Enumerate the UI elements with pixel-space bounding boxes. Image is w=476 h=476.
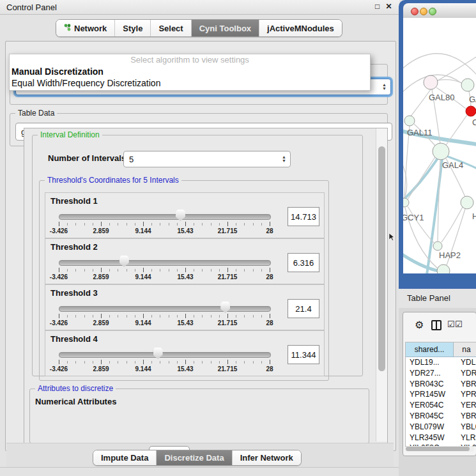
tick-mark: [227, 268, 228, 272]
split-panel-icon[interactable]: [431, 320, 441, 330]
tick-mark: [101, 360, 102, 364]
tick-mark: [185, 222, 186, 226]
network-node-red[interactable]: [466, 106, 476, 116]
table-cell: YPR1: [457, 389, 476, 400]
algorithm-option-equal-width[interactable]: Equal Width/Frequency Discretization: [10, 77, 370, 89]
tick-mark: [84, 269, 85, 272]
table-row[interactable]: YER054CYER0: [406, 400, 476, 411]
tick-mark: [253, 223, 254, 226]
float-window-icon[interactable]: □: [373, 3, 381, 11]
network-node-label: C: [472, 118, 476, 127]
control-panel-titlebar: Control Panel □ ✕: [0, 0, 399, 15]
tick-mark: [270, 314, 270, 318]
numerical-attributes-label: Numerical Attributes: [35, 397, 116, 406]
network-edge[interactable]: [411, 89, 431, 116]
tick-mark: [177, 223, 178, 226]
network-window-titlebar[interactable]: [403, 3, 476, 19]
tick-mark: [211, 269, 211, 272]
tick-mark: [135, 315, 135, 318]
slider-track[interactable]: [59, 260, 271, 266]
tick-mark: [59, 314, 59, 318]
tab-cyni-toolbox[interactable]: Cyni Toolbox: [192, 20, 259, 36]
tick-mark: [127, 315, 127, 318]
minimize-traffic-light-icon[interactable]: [420, 8, 427, 15]
threshold-value-field[interactable]: 14.713: [288, 207, 319, 226]
threshold-value-field[interactable]: 21.4: [288, 299, 319, 318]
cyni-mode-tabs: Impute DataDiscretize DataInfer Network: [93, 450, 302, 466]
threshold-value-field[interactable]: 11.344: [288, 345, 319, 364]
network-edge[interactable]: [441, 207, 463, 242]
table-data-group-title: Table Data: [15, 109, 57, 118]
tick-mark: [211, 223, 211, 226]
tab-jactivemnodules[interactable]: jActiveMNodules: [259, 20, 342, 36]
checkbox-icon[interactable]: ☑: [455, 319, 463, 329]
table-row[interactable]: YPR145WYPR1: [406, 389, 476, 400]
tick-label: 9.144: [127, 319, 159, 326]
tick-mark: [84, 315, 85, 318]
table-cell: YBR045C: [406, 411, 457, 422]
network-edge[interactable]: [408, 206, 434, 243]
network-node-green[interactable]: [403, 198, 409, 207]
network-edge[interactable]: [408, 157, 435, 199]
network-node-green[interactable]: [433, 242, 442, 250]
thresholds-group-title: Threshold's Coordinates for 5 Intervals: [45, 176, 181, 185]
tick-mark: [219, 269, 220, 272]
network-node-green[interactable]: [433, 143, 449, 160]
tick-mark: [67, 269, 68, 272]
tab-style[interactable]: Style: [115, 20, 151, 36]
settings-vertical-scrollbar[interactable]: [376, 128, 387, 441]
slider-track[interactable]: [59, 306, 271, 312]
tick-mark: [219, 315, 220, 318]
tab-select[interactable]: Select: [151, 20, 191, 36]
tick-mark: [261, 361, 262, 364]
algorithm-option-manual[interactable]: Manual Discretization: [10, 66, 370, 77]
tick-label: 28: [254, 365, 286, 372]
tick-mark: [109, 315, 110, 318]
table-row[interactable]: YBR045CYBR0: [406, 411, 476, 422]
tick-mark: [109, 269, 110, 272]
network-node-green[interactable]: [461, 196, 473, 209]
threshold-value-field[interactable]: 6.316: [288, 253, 319, 272]
tick-mark: [202, 361, 203, 364]
table-row[interactable]: YDR27...YDR2: [406, 368, 476, 379]
checkbox-icon[interactable]: ☑: [447, 319, 455, 329]
tab-network[interactable]: Network: [56, 20, 115, 36]
table-row[interactable]: YBR043CYBR0: [406, 379, 476, 390]
network-canvas[interactable]: GAL80GACGAL11GAL4GCY1HHAP2: [403, 18, 476, 273]
column-header-0[interactable]: shared...: [406, 342, 454, 357]
tick-mark: [270, 222, 270, 226]
network-node-green[interactable]: [404, 116, 415, 126]
tick-label: 9.144: [127, 273, 159, 280]
slider-track[interactable]: [59, 352, 271, 358]
tick-mark: [194, 315, 194, 318]
table-header-row: shared...na: [406, 342, 476, 357]
network-graph: GAL80GACGAL11GAL4GCY1HHAP2: [403, 18, 476, 273]
table-cell: YBR0: [457, 411, 476, 422]
tick-mark: [236, 361, 236, 364]
table-row[interactable]: YLR345WYLR3: [406, 433, 476, 443]
close-window-icon[interactable]: ✕: [385, 3, 393, 11]
tab-discretize-data[interactable]: Discretize Data: [157, 450, 232, 465]
gear-icon[interactable]: ⚙: [415, 319, 424, 331]
tick-mark: [127, 361, 127, 364]
tab-impute-data[interactable]: Impute Data: [93, 450, 157, 465]
table-horizontal-scrollbar[interactable]: [405, 446, 474, 452]
tick-mark: [59, 222, 59, 226]
table-row[interactable]: YBL079WYBL0: [406, 422, 476, 433]
slider-track[interactable]: [59, 214, 271, 220]
table-cell: YER0: [457, 400, 476, 411]
number-of-intervals-combobox[interactable]: 5 ▲▼: [123, 151, 291, 167]
table-rows: YDL19...YDL1YDR27...YDR2YBR043CYBR0YPR14…: [406, 357, 476, 447]
network-node-pink[interactable]: [424, 75, 438, 89]
tab-infer-network[interactable]: Infer Network: [233, 450, 301, 465]
node-table[interactable]: shared...na YDL19...YDL1YDR27...YDR2YBR0…: [405, 342, 476, 447]
tick-mark: [244, 361, 245, 364]
table-row[interactable]: YDL19...YDL1: [406, 357, 476, 368]
tick-label: 15.43: [169, 227, 201, 234]
column-header-1[interactable]: na: [454, 342, 476, 357]
network-node-green[interactable]: [437, 265, 450, 273]
tick-mark: [151, 315, 152, 318]
zoom-traffic-light-icon[interactable]: [429, 8, 436, 15]
close-traffic-light-icon[interactable]: [411, 8, 418, 15]
network-node-green[interactable]: [461, 79, 474, 91]
